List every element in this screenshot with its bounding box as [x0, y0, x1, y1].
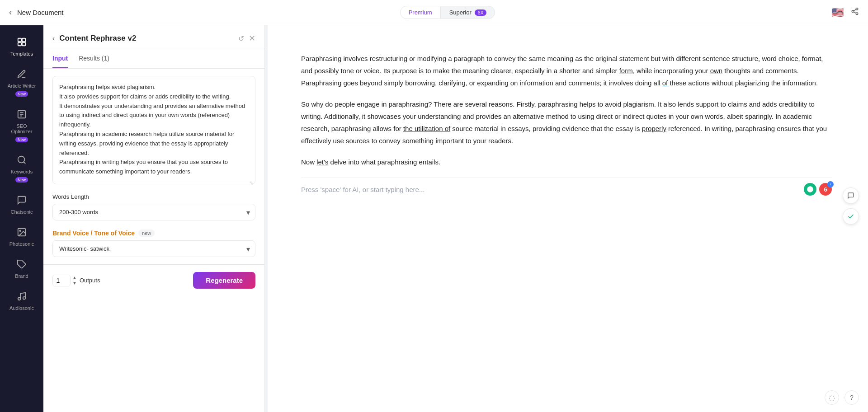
editor-icons: 6 +: [804, 183, 832, 196]
audiosonic-icon: [17, 291, 27, 304]
svg-rect-7: [18, 42, 21, 46]
flag-icon: 🇺🇸: [831, 7, 844, 19]
svg-point-16: [23, 297, 26, 300]
comment-float-button[interactable]: [843, 187, 859, 204]
loading-icon-button[interactable]: ◌: [825, 390, 839, 405]
panel-resizer[interactable]: [265, 25, 268, 412]
tab-results[interactable]: Results (1): [79, 49, 109, 68]
sidebar-item-brand[interactable]: Brand: [4, 255, 40, 283]
article-writer-badge: New: [15, 91, 28, 97]
panel-header: ‹ Content Rephrase v2 ↺ ✕: [43, 25, 264, 49]
brand-icon: [17, 259, 27, 272]
ai-red-icon[interactable]: 6 +: [819, 183, 832, 196]
outputs-control: ▲ ▼ Outputs: [52, 275, 100, 286]
outputs-down[interactable]: ▼: [72, 281, 77, 286]
svg-rect-5: [18, 38, 21, 42]
svg-point-15: [18, 298, 21, 300]
link-own[interactable]: own: [710, 67, 723, 75]
seo-optimizer-label: SEO Optimizer: [7, 123, 36, 134]
tab-superior[interactable]: Superior 6X: [441, 6, 495, 19]
check-float-button[interactable]: [843, 208, 859, 225]
audiosonic-label: Audiosonic: [9, 305, 34, 311]
sidebar-item-seo-optimizer[interactable]: SEO Optimizer New: [4, 105, 40, 147]
right-float: [843, 187, 859, 225]
chatsonic-label: Chatsonic: [11, 209, 33, 215]
brand-voice-select[interactable]: Writesonic- satwick Professional Casual …: [52, 240, 255, 257]
top-bar-right: 🇺🇸: [831, 7, 859, 19]
panel-content: ⤡ Words Length 50-100 words 100-200 word…: [43, 69, 264, 264]
photosonic-label: Photosonic: [9, 241, 34, 247]
svg-rect-8: [22, 42, 25, 46]
brand-voice-select-wrapper: Writesonic- satwick Professional Casual …: [52, 240, 255, 257]
link-properly[interactable]: properly: [642, 125, 666, 132]
tab-input[interactable]: Input: [52, 49, 68, 68]
document-title: New Document: [17, 9, 64, 16]
sidebar-item-templates[interactable]: Templates: [4, 33, 40, 61]
editor-paragraph-3: Now let's delve into what paraphrasing e…: [301, 156, 832, 168]
words-length-label: Words Length: [52, 193, 255, 200]
regenerate-button[interactable]: Regenerate: [193, 272, 255, 289]
sidebar: Templates Article Writer New SEO Optimiz…: [0, 25, 43, 412]
outputs-up[interactable]: ▲: [72, 275, 77, 281]
svg-point-10: [18, 156, 25, 163]
svg-line-3: [854, 12, 856, 13]
words-length-select-wrapper: 50-100 words 100-200 words 200-300 words…: [52, 204, 255, 220]
svg-line-4: [854, 9, 856, 11]
editor-placeholder: Press 'space' for AI, or start typing he…: [301, 186, 425, 193]
content-textarea[interactable]: [52, 76, 255, 184]
seo-optimizer-badge: New: [15, 137, 28, 142]
svg-line-11: [24, 162, 25, 164]
keywords-badge: New: [15, 177, 28, 183]
svg-point-13: [19, 230, 21, 231]
share-button[interactable]: [851, 7, 859, 18]
ai-green-icon[interactable]: [804, 183, 816, 196]
link-utilization[interactable]: the utilization of: [403, 125, 450, 132]
close-button[interactable]: ✕: [249, 33, 255, 43]
outputs-number: ▲ ▼: [52, 275, 77, 286]
keywords-icon: [17, 155, 27, 167]
sidebar-item-chatsonic[interactable]: Chatsonic: [4, 191, 40, 219]
tab-premium[interactable]: Premium: [400, 6, 441, 19]
sidebar-item-keywords[interactable]: Keywords New: [4, 150, 40, 187]
panel-title: Content Rephrase v2: [59, 34, 136, 43]
templates-label: Templates: [10, 51, 33, 56]
top-bar: ‹ New Document Premium Superior 6X 🇺🇸: [0, 0, 868, 25]
svg-point-2: [856, 13, 858, 15]
resize-handle: ⤡: [249, 180, 254, 184]
back-button[interactable]: ‹: [9, 8, 12, 17]
sidebar-item-audiosonic[interactable]: Audiosonic: [4, 287, 40, 315]
photosonic-icon: [17, 227, 27, 239]
svg-point-17: [807, 186, 813, 192]
brand-voice-section: Brand Voice / Tone of Voice new Writeson…: [52, 229, 255, 257]
sidebar-item-photosonic[interactable]: Photosonic: [4, 223, 40, 251]
seo-optimizer-icon: [17, 109, 27, 122]
editor-input-area[interactable]: Press 'space' for AI, or start typing he…: [301, 177, 832, 201]
panel-back-button[interactable]: ‹: [52, 34, 55, 42]
textarea-wrapper: ⤡: [52, 76, 255, 186]
svg-point-0: [856, 8, 858, 10]
top-bar-center: Premium Superior 6X: [400, 6, 495, 19]
chatsonic-icon: [17, 195, 27, 207]
bottom-right: ◌ ?: [825, 390, 859, 405]
num-arrows: ▲ ▼: [72, 275, 77, 286]
editor-paragraph-2: So why do people engage in paraphrasing?…: [301, 98, 832, 147]
svg-rect-6: [22, 38, 25, 42]
outputs-input[interactable]: [52, 275, 71, 286]
link-form[interactable]: form: [619, 67, 633, 75]
ai-count: 6: [824, 186, 827, 193]
brand-voice-label: Brand Voice / Tone of Voice new: [52, 229, 255, 237]
panel-tabs: Input Results (1): [43, 49, 264, 69]
panel: ‹ Content Rephrase v2 ↺ ✕ Input Results …: [43, 25, 265, 412]
templates-icon: [17, 37, 27, 49]
brand-label: Brand: [15, 273, 28, 279]
editor-paragraph-1: Paraphrasing involves restructuring or m…: [301, 52, 832, 89]
link-of[interactable]: of: [662, 79, 668, 87]
words-length-select[interactable]: 50-100 words 100-200 words 200-300 words…: [52, 204, 255, 220]
article-writer-icon: [17, 69, 27, 81]
link-lets[interactable]: let's: [316, 158, 328, 166]
refresh-button[interactable]: ↺: [238, 34, 244, 43]
sidebar-item-article-writer[interactable]: Article Writer New: [4, 65, 40, 101]
panel-footer: ▲ ▼ Outputs Regenerate: [43, 264, 264, 296]
top-bar-left: ‹ New Document: [9, 8, 64, 17]
help-button[interactable]: ?: [844, 390, 859, 405]
